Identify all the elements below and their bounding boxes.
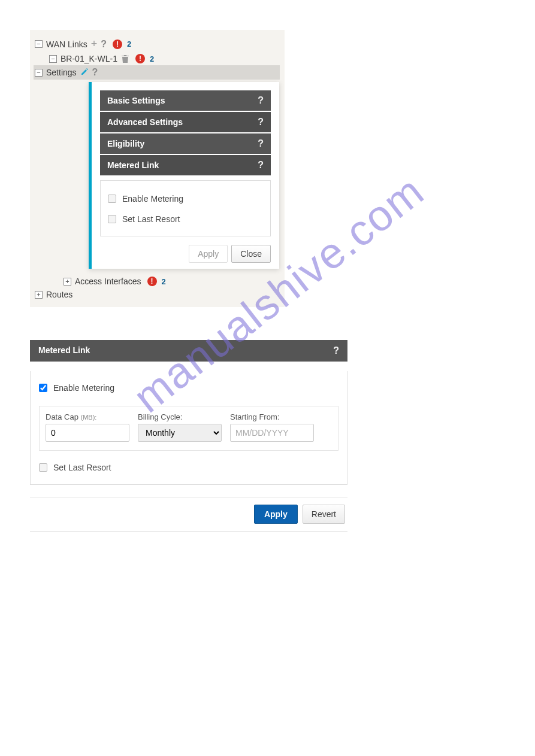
expand-icon[interactable]: + [35,291,43,299]
set-last-resort-label: Set Last Resort [53,463,111,472]
apply-button[interactable]: Apply [254,505,298,524]
apply-button[interactable]: Apply [189,245,228,263]
metered-link-panel: Metered Link ? Enable Metering Data Cap … [30,340,347,497]
tree-label-access-interfaces: Access Interfaces [75,277,141,286]
tree-node-br-01[interactable]: − BR-01_K-WL-1 ! 2 [35,52,280,65]
tree-label-routes: Routes [46,290,72,299]
data-cap-input[interactable] [46,424,129,442]
collapse-icon[interactable]: − [49,55,57,63]
help-icon[interactable]: ? [258,138,264,149]
tree-panel: − WAN Links + ? ! 2 − BR-01_K-WL-1 ! 2 −… [30,30,285,307]
tree-label-wan-links: WAN Links [46,40,87,49]
enable-metering-row[interactable]: Enable Metering [39,383,338,393]
accordion-metered-link[interactable]: Metered Link ? [100,155,271,175]
bottom-actions: Apply Revert [30,497,347,532]
alert-icon[interactable]: ! [113,40,122,49]
add-icon[interactable]: + [91,38,98,50]
data-cap-label: Data Cap (MB): [46,412,129,421]
help-icon[interactable]: ? [101,39,107,50]
accordion-basic-settings[interactable]: Basic Settings ? [100,90,271,111]
settings-popup: Basic Settings ? Advanced Settings ? Eli… [89,82,279,269]
data-cap-field: Data Cap (MB): [46,412,129,442]
accordion-eligibility[interactable]: Eligibility ? [100,133,271,154]
revert-button[interactable]: Revert [303,505,345,524]
alert-count: 2 [162,277,166,286]
enable-metering-row[interactable]: Enable Metering [108,194,263,204]
set-last-resort-label: Set Last Resort [122,214,180,224]
starting-from-input[interactable] [230,424,314,442]
checkbox-unchecked-icon[interactable] [39,463,47,472]
popup-actions: Apply Close [100,245,271,263]
accordion-label: Advanced Settings [107,117,183,127]
billing-cycle-select[interactable]: Monthly [138,424,222,442]
billing-cycle-field: Billing Cycle: Monthly [138,412,222,442]
metering-fields: Data Cap (MB): Billing Cycle: Monthly St… [39,406,338,451]
starting-from-field: Starting From: [230,412,314,442]
help-icon[interactable]: ? [333,345,339,356]
collapse-icon[interactable]: − [35,69,43,77]
help-icon[interactable]: ? [258,95,264,106]
checkbox-unchecked-icon[interactable] [108,215,116,223]
help-icon[interactable]: ? [258,117,264,127]
alert-icon[interactable]: ! [147,277,157,286]
billing-cycle-label: Billing Cycle: [138,412,222,421]
panel-header-metered-link[interactable]: Metered Link ? [30,340,347,362]
tree-node-access-interfaces[interactable]: + Access Interfaces ! 2 [35,275,280,288]
panel-title: Metered Link [38,345,90,356]
alert-count: 2 [127,40,131,48]
alert-count: 2 [150,54,154,63]
enable-metering-label: Enable Metering [53,383,114,393]
set-last-resort-row[interactable]: Set Last Resort [108,214,263,224]
tree-label-br-01: BR-01_K-WL-1 [61,54,117,63]
starting-from-label: Starting From: [230,412,314,421]
expand-icon[interactable]: + [64,278,71,286]
tree-node-routes[interactable]: + Routes [35,288,280,301]
collapse-icon[interactable]: − [35,40,43,48]
enable-metering-label: Enable Metering [122,194,183,204]
accordion-advanced-settings[interactable]: Advanced Settings ? [100,112,271,132]
enable-metering-checkbox[interactable] [39,384,47,392]
tree-node-settings[interactable]: − Settings ? [34,65,280,80]
close-button[interactable]: Close [231,245,271,263]
panel-body: Enable Metering Data Cap (MB): Billing C… [30,371,347,485]
tree-label-settings: Settings [46,68,77,77]
checkbox-unchecked-icon[interactable] [108,195,116,203]
accordion-label: Basic Settings [107,96,165,105]
alert-icon[interactable]: ! [135,54,145,63]
metered-link-body: Enable Metering Set Last Resort [100,180,271,236]
accordion-label: Eligibility [107,139,144,148]
help-icon[interactable]: ? [92,67,98,78]
tree-node-wan-links[interactable]: − WAN Links + ? ! 2 [35,36,280,52]
edit-icon[interactable] [80,68,89,78]
accordion-label: Metered Link [107,160,159,170]
trash-icon[interactable] [121,54,129,63]
help-icon[interactable]: ? [258,160,264,171]
set-last-resort-row[interactable]: Set Last Resort [39,463,338,472]
